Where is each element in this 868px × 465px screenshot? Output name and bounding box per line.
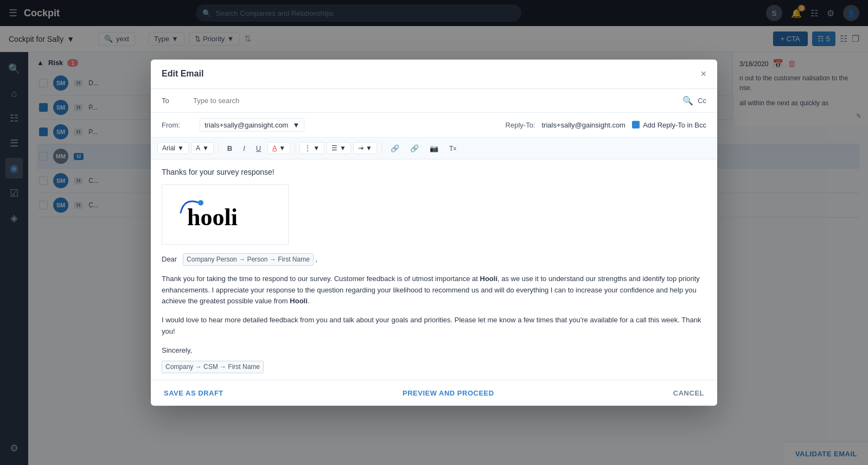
modal-header: Edit Email × [151, 59, 717, 88]
from-field-row: From: trials+sally@gainsight.com ▼ Reply… [151, 112, 717, 137]
modal-title: Edit Email [162, 69, 203, 79]
editor-content[interactable]: Thanks for your survey response! hooli D… [151, 159, 717, 379]
from-value: trials+sally@gainsight.com [205, 120, 288, 129]
edit-email-modal: Edit Email × To 🔍 Cc From: trials+sally@… [151, 59, 717, 405]
align-chevron: ▼ [313, 144, 320, 152]
from-label: From: [162, 120, 189, 129]
image-button[interactable]: 📷 [425, 142, 443, 154]
to-label: To [162, 96, 189, 104]
modal-footer: SAVE AS DRAFT PREVIEW AND PROCEED CANCEL [151, 380, 717, 406]
to-search-icon: 🔍 [682, 95, 693, 105]
cancel-button[interactable]: CANCEL [673, 389, 704, 397]
from-dropdown-icon: ▼ [292, 120, 299, 129]
reply-to-value: trials+sally@gainsight.com [541, 120, 625, 129]
unlink-button[interactable]: 🔗 [406, 142, 423, 154]
bold-button[interactable]: B [223, 142, 237, 154]
align-icon: ⋮ [304, 144, 311, 152]
reply-to-section: Reply-To: trials+sally@gainsight.com Add… [506, 120, 706, 129]
modal-close-button[interactable]: × [700, 68, 706, 79]
font-family-value: Arial [162, 144, 175, 152]
add-bcc-checkbox[interactable] [632, 121, 640, 129]
font-size-selector[interactable]: A ▼ [191, 142, 214, 154]
para1-hooli1: Hooli [480, 275, 498, 283]
cc-button[interactable]: Cc [698, 96, 706, 104]
add-bcc-label: Add Reply-To in Bcc [643, 120, 706, 129]
para1-text1: Thank you for taking the time to respond… [162, 275, 480, 283]
email-subject-line: Thanks for your survey response! [162, 165, 706, 177]
reply-to-label: Reply-To: [506, 120, 535, 129]
indent-selector[interactable]: ⇥ ▼ [353, 142, 377, 154]
hooli-logo-svg: hooli [171, 194, 279, 232]
sincerely-text: Sincerely, [162, 345, 706, 356]
from-selector[interactable]: trials+sally@gainsight.com ▼ [200, 118, 304, 131]
add-bcc-checkbox-label[interactable]: Add Reply-To in Bcc [632, 120, 706, 129]
token-company-person[interactable]: Company Person → Person → First Name [183, 253, 314, 266]
hooli-logo-area: hooli [162, 184, 289, 245]
font-size-icon: A [196, 144, 200, 152]
list-chevron: ▼ [340, 144, 346, 152]
font-color-icon: A [272, 144, 277, 152]
indent-chevron: ▼ [366, 144, 372, 152]
editor-toolbar: Arial ▼ A ▼ B I U A ▼ ⋮ ▼ ☰ ▼ ⇥ ▼ 🔗 🔗 [151, 137, 717, 159]
preview-proceed-button[interactable]: PREVIEW AND PROCEED [403, 389, 494, 397]
para1-end: . [308, 297, 310, 305]
svg-text:hooli: hooli [187, 204, 238, 231]
link-button[interactable]: 🔗 [386, 142, 404, 154]
font-size-chevron: ▼ [202, 144, 209, 152]
to-field-row: To 🔍 Cc [151, 88, 717, 112]
font-color-selector[interactable]: A ▼ [267, 142, 290, 154]
para1-hooli2: Hooli [290, 297, 308, 305]
font-family-chevron: ▼ [177, 144, 184, 152]
clear-format-button[interactable]: Tx [445, 142, 461, 154]
email-paragraph-2: I would love to hear more detailed feedb… [162, 315, 706, 337]
font-color-chevron: ▼ [279, 144, 285, 152]
dear-line: Dear Company Person → Person → First Nam… [162, 253, 706, 266]
save-draft-button[interactable]: SAVE AS DRAFT [164, 389, 224, 397]
list-icon: ☰ [331, 144, 337, 152]
list-selector[interactable]: ☰ ▼ [327, 142, 351, 154]
email-paragraph-1: Thank you for taking the time to respond… [162, 273, 706, 307]
italic-button[interactable]: I [239, 142, 250, 154]
token-csm[interactable]: Company → CSM → First Name [162, 360, 264, 373]
dear-text: Dear [162, 255, 177, 263]
underline-button[interactable]: U [252, 142, 265, 154]
to-input[interactable] [193, 94, 678, 106]
font-family-selector[interactable]: Arial ▼ [157, 142, 189, 154]
align-selector[interactable]: ⋮ ▼ [299, 142, 324, 154]
indent-icon: ⇥ [358, 144, 363, 152]
